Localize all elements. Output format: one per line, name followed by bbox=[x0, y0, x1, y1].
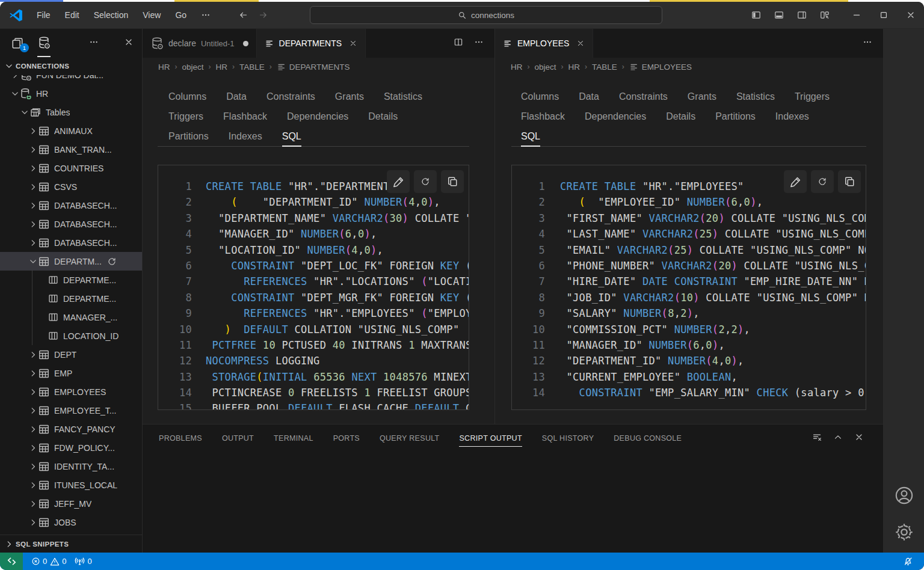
maximize-button[interactable] bbox=[870, 2, 897, 28]
tree-item-fun-demo-dat-[interactable]: FUN DEMO Dat... bbox=[0, 75, 142, 84]
panel-tab-query-result[interactable]: QUERY RESULT bbox=[380, 434, 439, 443]
breadcrumb-item[interactable]: TABLE bbox=[592, 63, 617, 72]
tree-item-jobs[interactable]: JOBS bbox=[0, 513, 142, 532]
object-tab-partitions[interactable]: Partitions bbox=[168, 126, 209, 146]
tree-item-identity-ta-[interactable]: IDENTITY_TA... bbox=[0, 457, 142, 476]
object-tab-grants[interactable]: Grants bbox=[688, 87, 716, 106]
edit-button[interactable] bbox=[387, 170, 410, 193]
object-tab-statistics[interactable]: Statistics bbox=[736, 87, 775, 106]
breadcrumb-item[interactable]: HR bbox=[568, 63, 581, 72]
customize-layout-button[interactable] bbox=[816, 7, 833, 23]
menu-selection[interactable]: Selection bbox=[87, 2, 136, 28]
toggle-panel-button[interactable] bbox=[771, 7, 787, 23]
edit-button[interactable] bbox=[784, 170, 807, 193]
refresh-button[interactable] bbox=[811, 170, 834, 193]
tree-item-employee-t-[interactable]: EMPLOYEE_T... bbox=[0, 401, 142, 420]
tree-item-employees[interactable]: EMPLOYEES bbox=[0, 382, 142, 401]
tree-item-fancy-pancy[interactable]: FANCY_PANCY bbox=[0, 420, 142, 438]
object-tab-indexes[interactable]: Indexes bbox=[775, 106, 809, 126]
object-tab-constraints[interactable]: Constraints bbox=[619, 87, 668, 106]
sql-code-viewer[interactable]: 1CREATE TABLE "HR"."DEPARTMENTS"2 ( "DEP… bbox=[158, 165, 469, 410]
breadcrumb-item[interactable]: TABLE bbox=[239, 63, 265, 72]
object-tab-columns[interactable]: Columns bbox=[168, 87, 206, 106]
object-tab-sql[interactable]: SQL bbox=[521, 126, 540, 146]
sql-code-viewer[interactable]: 1CREATE TABLE "HR"."EMPLOYEES"2 ( "EMPLO… bbox=[511, 165, 866, 410]
object-tab-flashback[interactable]: Flashback bbox=[521, 106, 565, 126]
close-tab-icon[interactable] bbox=[576, 39, 585, 48]
refresh-button[interactable] bbox=[414, 170, 437, 193]
panel-tab-problems[interactable]: PROBLEMS bbox=[159, 434, 202, 443]
close-tab-icon[interactable] bbox=[349, 39, 357, 48]
tree-item-bank-tran-[interactable]: BANK_TRAN... bbox=[0, 140, 142, 159]
object-tab-flashback[interactable]: Flashback bbox=[223, 106, 267, 126]
sql-snippets-section-header[interactable]: SQL SNIPPETS bbox=[0, 535, 142, 553]
tree-item-databasech-[interactable]: DATABASECH... bbox=[0, 196, 142, 215]
copy-button[interactable] bbox=[441, 170, 464, 193]
ports-status[interactable]: 0 bbox=[75, 556, 91, 566]
settings-gear-icon[interactable] bbox=[893, 521, 915, 543]
editor-tab-declare[interactable]: declareUntitled-1 bbox=[143, 29, 257, 58]
tree-item-job-history[interactable]: JOB_HISTORY bbox=[0, 532, 142, 535]
object-tab-details[interactable]: Details bbox=[368, 106, 398, 126]
tree-item-location-id[interactable]: LOCATION_ID bbox=[0, 326, 142, 345]
tree-item-fdw-policy-[interactable]: FDW_POLICY... bbox=[0, 438, 142, 457]
account-icon[interactable] bbox=[894, 485, 914, 506]
object-tab-triggers[interactable]: Triggers bbox=[795, 87, 830, 106]
panel-tab-output[interactable]: OUTPUT bbox=[222, 434, 254, 443]
object-tab-data[interactable]: Data bbox=[579, 87, 599, 106]
tree-item-emp[interactable]: EMP bbox=[0, 364, 142, 382]
toggle-secondary-sidebar-button[interactable] bbox=[793, 7, 810, 23]
toggle-primary-sidebar-button[interactable] bbox=[748, 7, 765, 23]
connections-section-header[interactable]: CONNECTIONS bbox=[0, 57, 142, 75]
breadcrumb-item[interactable]: HR bbox=[216, 63, 228, 72]
editor-tab-employees[interactable]: EMPLOYEES bbox=[495, 29, 593, 58]
tree-item-departme-[interactable]: DEPARTME... bbox=[0, 271, 142, 289]
forward-arrow-icon[interactable] bbox=[259, 10, 268, 20]
breadcrumb-item[interactable]: object bbox=[535, 63, 556, 72]
ellipsis-button[interactable] bbox=[474, 37, 484, 49]
tree-item-countries[interactable]: COUNTRIES bbox=[0, 159, 142, 177]
remote-indicator[interactable] bbox=[0, 553, 23, 570]
copy-button[interactable] bbox=[838, 170, 861, 193]
sidebar-view-copy-files[interactable]: 1 bbox=[11, 29, 24, 57]
tree-item-departme-[interactable]: DEPARTME... bbox=[0, 289, 142, 308]
menu-file[interactable]: File bbox=[29, 2, 58, 28]
object-tab-data[interactable]: Data bbox=[226, 87, 247, 106]
sidebar-close-button[interactable] bbox=[124, 37, 134, 49]
tree-item-hr[interactable]: HR bbox=[0, 84, 142, 103]
object-tab-partitions[interactable]: Partitions bbox=[715, 106, 756, 126]
breadcrumb-item[interactable]: DEPARTMENTS bbox=[277, 62, 350, 72]
object-tab-constraints[interactable]: Constraints bbox=[266, 87, 315, 106]
menu-go[interactable]: Go bbox=[168, 2, 194, 28]
panel-tab-ports[interactable]: PORTS bbox=[333, 434, 360, 443]
tree-item-jeff-mv[interactable]: JEFF_MV bbox=[0, 494, 142, 513]
menu-more[interactable] bbox=[194, 2, 218, 28]
minimize-button[interactable] bbox=[843, 2, 870, 28]
sidebar-view-database[interactable] bbox=[37, 29, 51, 57]
maximize-panel-button[interactable] bbox=[833, 432, 843, 444]
close-panel-button[interactable] bbox=[854, 432, 864, 444]
object-tab-statistics[interactable]: Statistics bbox=[384, 87, 422, 106]
panel-tab-sql-history[interactable]: SQL HISTORY bbox=[542, 434, 594, 443]
object-tab-columns[interactable]: Columns bbox=[521, 87, 559, 106]
split-editor-button[interactable] bbox=[454, 37, 463, 49]
object-tab-indexes[interactable]: Indexes bbox=[229, 126, 262, 146]
tree-item-departm-[interactable]: DEPARTM... bbox=[0, 252, 142, 271]
editor-tab-departments[interactable]: DEPARTMENTS bbox=[257, 29, 366, 58]
breadcrumb-item[interactable]: HR bbox=[158, 63, 170, 72]
object-tab-dependencies[interactable]: Dependencies bbox=[287, 106, 348, 126]
panel-tab-terminal[interactable]: TERMINAL bbox=[274, 434, 313, 443]
tree-item-tables[interactable]: Tables bbox=[0, 103, 142, 121]
command-center-search[interactable]: connections bbox=[310, 6, 662, 24]
back-arrow-icon[interactable] bbox=[238, 10, 248, 20]
tree-item-csvs[interactable]: CSVS bbox=[0, 177, 142, 196]
close-window-button[interactable] bbox=[897, 2, 924, 28]
breadcrumb-item[interactable]: object bbox=[182, 63, 204, 72]
problems-status[interactable]: 0 0 bbox=[31, 557, 66, 566]
sidebar-more-actions-button[interactable] bbox=[89, 37, 99, 49]
object-tab-details[interactable]: Details bbox=[666, 106, 695, 126]
object-tab-dependencies[interactable]: Dependencies bbox=[585, 106, 646, 126]
breadcrumb-item[interactable]: EMPLOYEES bbox=[629, 62, 692, 72]
clear-output-button[interactable] bbox=[812, 432, 822, 444]
panel-tab-debug-console[interactable]: DEBUG CONSOLE bbox=[614, 434, 682, 443]
